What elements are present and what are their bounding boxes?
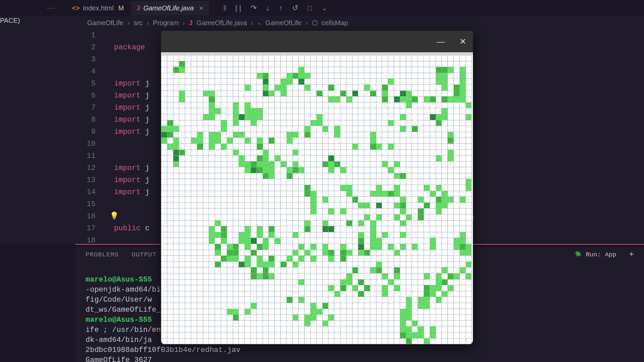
cell[interactable] bbox=[227, 297, 233, 303]
step-over-icon[interactable]: ↷ bbox=[251, 4, 257, 12]
cell[interactable] bbox=[418, 132, 424, 138]
cell[interactable] bbox=[275, 97, 281, 103]
cell[interactable] bbox=[352, 79, 358, 85]
cell[interactable] bbox=[328, 61, 334, 67]
cell[interactable] bbox=[305, 149, 311, 156]
cell[interactable] bbox=[412, 132, 418, 138]
cell[interactable] bbox=[370, 273, 376, 279]
cell[interactable] bbox=[424, 208, 430, 215]
cell[interactable] bbox=[394, 179, 400, 185]
cell[interactable] bbox=[203, 126, 209, 132]
cell[interactable] bbox=[334, 179, 340, 185]
cell[interactable] bbox=[221, 208, 227, 215]
cell[interactable] bbox=[221, 226, 227, 232]
cell[interactable] bbox=[299, 132, 305, 138]
cell[interactable] bbox=[299, 167, 305, 173]
cell[interactable] bbox=[388, 208, 394, 215]
cell[interactable] bbox=[424, 149, 430, 156]
cell[interactable] bbox=[436, 156, 442, 162]
cell[interactable] bbox=[412, 326, 418, 333]
cell[interactable] bbox=[251, 215, 257, 221]
cell[interactable] bbox=[197, 179, 203, 185]
cell[interactable] bbox=[197, 309, 203, 315]
cell[interactable] bbox=[334, 138, 340, 144]
cell[interactable] bbox=[346, 291, 352, 297]
cell[interactable] bbox=[370, 232, 376, 238]
cell[interactable] bbox=[203, 261, 209, 267]
cell[interactable] bbox=[388, 332, 394, 338]
cell[interactable] bbox=[269, 279, 275, 285]
cell[interactable] bbox=[191, 261, 197, 267]
cell[interactable] bbox=[382, 202, 388, 208]
cell[interactable] bbox=[263, 161, 269, 167]
cell[interactable] bbox=[310, 285, 316, 291]
cell[interactable] bbox=[203, 197, 209, 203]
cell[interactable] bbox=[269, 309, 275, 315]
cell[interactable] bbox=[269, 202, 275, 208]
cell[interactable] bbox=[352, 132, 358, 138]
cell[interactable] bbox=[257, 191, 263, 197]
cell[interactable] bbox=[161, 156, 167, 162]
cell[interactable] bbox=[430, 309, 436, 315]
cell[interactable] bbox=[179, 114, 185, 120]
cell[interactable] bbox=[376, 126, 382, 132]
cell[interactable] bbox=[412, 114, 418, 120]
cell[interactable] bbox=[400, 261, 406, 267]
cell[interactable] bbox=[263, 138, 269, 144]
cell[interactable] bbox=[292, 215, 299, 221]
cell[interactable] bbox=[251, 332, 257, 338]
cell[interactable] bbox=[233, 303, 239, 309]
cell[interactable] bbox=[191, 149, 197, 156]
cell[interactable] bbox=[442, 90, 448, 97]
cell[interactable] bbox=[215, 114, 221, 120]
cell[interactable] bbox=[275, 215, 281, 221]
cell[interactable] bbox=[197, 161, 203, 167]
cell[interactable] bbox=[418, 244, 424, 250]
cell[interactable] bbox=[460, 67, 466, 73]
cell[interactable] bbox=[466, 285, 472, 291]
cell[interactable] bbox=[269, 179, 275, 185]
cell[interactable] bbox=[412, 79, 418, 85]
cell[interactable] bbox=[263, 326, 269, 333]
cell[interactable] bbox=[448, 256, 454, 262]
cell[interactable] bbox=[191, 55, 197, 61]
cell[interactable] bbox=[286, 226, 292, 232]
cell[interactable] bbox=[340, 279, 346, 285]
cell[interactable] bbox=[358, 185, 364, 191]
cell[interactable] bbox=[466, 138, 472, 144]
cell[interactable] bbox=[263, 84, 269, 90]
cell[interactable] bbox=[227, 250, 233, 256]
cell[interactable] bbox=[275, 90, 281, 97]
cell[interactable] bbox=[257, 220, 263, 226]
cell[interactable] bbox=[442, 291, 448, 297]
cell[interactable] bbox=[245, 215, 251, 221]
cell[interactable] bbox=[203, 167, 209, 173]
cell[interactable] bbox=[322, 267, 328, 274]
cell[interactable] bbox=[292, 238, 299, 244]
cell[interactable] bbox=[239, 338, 245, 344]
cell[interactable] bbox=[221, 132, 227, 138]
cell[interactable] bbox=[305, 161, 311, 167]
cell[interactable] bbox=[197, 261, 203, 267]
cell[interactable] bbox=[328, 120, 334, 126]
cell[interactable] bbox=[299, 179, 305, 185]
cell[interactable] bbox=[442, 185, 448, 191]
cell[interactable] bbox=[430, 149, 436, 156]
cell[interactable] bbox=[364, 202, 370, 208]
cell[interactable] bbox=[412, 138, 418, 144]
cell[interactable] bbox=[322, 185, 328, 191]
cell[interactable] bbox=[215, 73, 221, 79]
cell[interactable] bbox=[448, 108, 454, 114]
cell[interactable] bbox=[173, 267, 179, 274]
cell[interactable] bbox=[466, 173, 472, 179]
cell[interactable] bbox=[460, 143, 466, 149]
cell[interactable] bbox=[340, 120, 346, 126]
cell[interactable] bbox=[292, 226, 299, 232]
cell[interactable] bbox=[275, 161, 281, 167]
cell[interactable] bbox=[388, 226, 394, 232]
cell[interactable] bbox=[185, 179, 191, 185]
cell[interactable] bbox=[179, 261, 185, 267]
cell[interactable] bbox=[191, 326, 197, 333]
cell[interactable] bbox=[448, 179, 454, 185]
cell[interactable] bbox=[358, 297, 364, 303]
